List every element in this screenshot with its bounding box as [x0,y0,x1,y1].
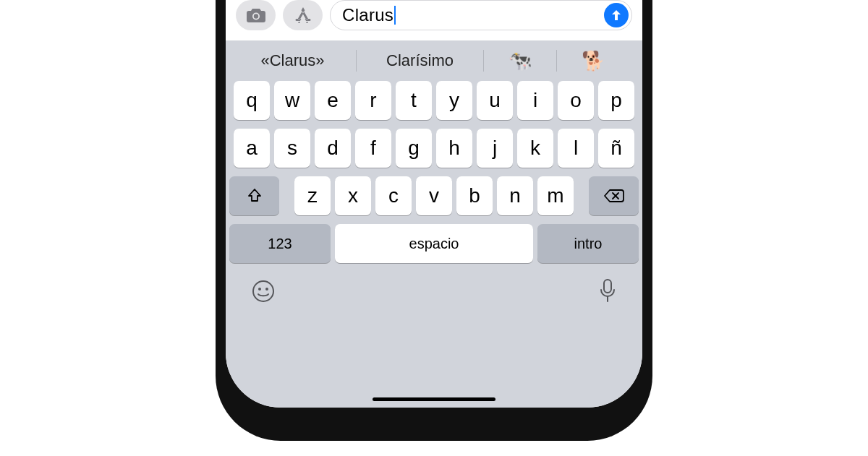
key-l[interactable]: l [558,129,594,168]
key-row-2: a s d f g h j k l ñ [229,129,639,168]
arrow-up-icon [609,8,624,22]
device-frame: Clarus «Clarus» Clarísimo 🐄 🐕 [216,0,652,441]
app-store-button[interactable] [283,0,323,30]
backspace-icon [603,188,625,204]
text-caret [394,6,396,25]
send-button[interactable] [604,3,629,27]
numbers-key[interactable]: 123 [229,224,331,263]
key-k[interactable]: k [517,129,553,168]
suggestion-1[interactable]: «Clarus» [229,46,356,75]
key-a[interactable]: a [234,129,270,168]
keyboard-bottom-bar [229,272,639,322]
suggestion-2[interactable]: Clarísimo [357,46,483,75]
shift-key[interactable] [229,176,279,215]
suggestion-4[interactable]: 🐕 [557,46,629,75]
key-o[interactable]: o [558,81,594,120]
key-u[interactable]: u [477,81,513,120]
key-w[interactable]: w [274,81,310,120]
compose-row: Clarus [226,0,642,40]
key-t[interactable]: t [396,81,432,120]
key-row-1: q w e r t y u i o p [229,81,639,120]
app-store-icon [292,6,314,25]
svg-point-3 [258,288,261,291]
key-s[interactable]: s [274,129,310,168]
svg-rect-5 [604,280,611,293]
screen: Clarus «Clarus» Clarísimo 🐄 🐕 [226,0,642,408]
suggestion-4-label: 🐕 [582,50,605,72]
return-key[interactable]: intro [537,224,639,263]
suggestion-bar: «Clarus» Clarísimo 🐄 🐕 [229,40,639,81]
dictation-button[interactable] [598,278,617,304]
microphone-icon [598,278,617,304]
emoji-icon [251,279,276,304]
key-x[interactable]: x [335,176,371,215]
svg-point-4 [265,288,268,291]
key-b[interactable]: b [456,176,493,215]
home-indicator[interactable] [373,397,495,401]
key-e[interactable]: e [315,81,351,120]
message-input-text: Clarus [342,5,598,25]
suggestion-3[interactable]: 🐄 [484,46,556,75]
message-input-value: Clarus [342,5,393,25]
key-r[interactable]: r [355,81,391,120]
key-f[interactable]: f [355,129,391,168]
key-z[interactable]: z [294,176,331,215]
key-i[interactable]: i [517,81,553,120]
suggestion-3-label: 🐄 [509,50,532,72]
keyboard: «Clarus» Clarísimo 🐄 🐕 q w e r t y u i o… [226,40,642,408]
emoji-button[interactable] [251,279,276,304]
spacer [578,176,584,215]
key-q[interactable]: q [234,81,270,120]
key-row-3: z x c v b n m [229,176,639,215]
shift-icon [246,187,263,205]
suggestion-2-label: Clarísimo [386,51,454,70]
key-enye[interactable]: ñ [598,129,634,168]
svg-point-1 [253,14,258,18]
suggestion-1-label: «Clarus» [260,51,324,70]
spacer [284,176,290,215]
message-input[interactable]: Clarus [330,0,632,30]
key-g[interactable]: g [396,129,432,168]
key-d[interactable]: d [315,129,351,168]
key-c[interactable]: c [375,176,412,215]
backspace-key[interactable] [589,176,639,215]
key-j[interactable]: j [477,129,513,168]
key-v[interactable]: v [416,176,452,215]
svg-point-2 [253,281,273,301]
key-p[interactable]: p [598,81,634,120]
key-y[interactable]: y [436,81,472,120]
key-m[interactable]: m [537,176,574,215]
camera-button[interactable] [236,0,276,30]
key-row-4: 123 espacio intro [229,224,639,263]
key-h[interactable]: h [436,129,472,168]
space-key[interactable]: espacio [335,224,533,263]
key-n[interactable]: n [497,176,533,215]
camera-icon [246,7,266,23]
